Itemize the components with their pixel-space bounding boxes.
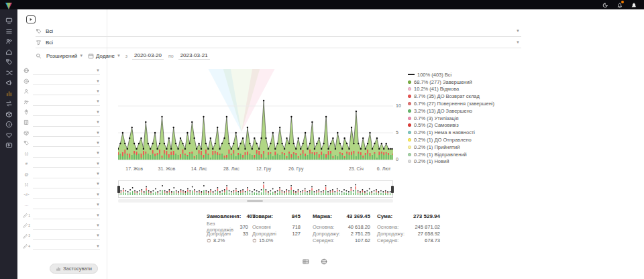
stat-row: Середня:678.73 [377,237,440,243]
date-from-input[interactable]: 2020-03-20 [132,52,164,60]
filter-select[interactable]: ▼ [33,211,100,219]
filter-select[interactable]: ▼ [33,201,100,209]
screencast-icon[interactable] [26,15,36,23]
chevron-down-icon: ▼ [96,110,100,114]
tag-icon [23,140,30,146]
chevron-down-icon: ▼ [96,203,100,207]
target-icon [23,78,30,85]
stat-row: Допродажу:2 751.25 [313,230,370,237]
stat-total: 273 529.94 [413,213,440,219]
chevron-down-icon: ▼ [96,162,100,166]
filter-select[interactable]: ▼ [33,129,100,137]
date-field-select[interactable]: Додане ▼ [88,53,121,59]
stat-label: Допродажу: [377,231,405,237]
filter-select[interactable]: ▼ [33,150,100,158]
filter-select[interactable]: ▼ [33,98,100,106]
y-axis-label: 0 [396,157,398,162]
stat-row: Допродані127 [252,230,301,237]
date-to-label: по [168,54,174,58]
filter-select[interactable]: ▼ [33,242,100,250]
users-icon[interactable] [3,38,14,45]
legend-label: 68.7% (277) Завершений [414,79,472,85]
chart-navigator [118,180,393,198]
search-icon[interactable] [36,53,42,59]
filter-row: ▼ [23,97,100,107]
filter-select[interactable]: ▼ [33,139,100,147]
status-filter-select[interactable]: Всі ▼ [36,25,521,37]
filter-select[interactable]: ▼ [33,170,100,178]
y-axis-label: 10 [396,103,401,108]
globe-icon[interactable] [320,258,328,266]
shuffle-icon[interactable] [3,69,14,76]
tag-icon[interactable] [3,58,14,66]
source-filter-value: Всі [46,40,53,46]
filter-select[interactable]: ▼ [33,180,100,188]
heart-icon[interactable] [3,131,14,139]
monitor-icon[interactable] [3,17,14,24]
legend-item[interactable]: 0.2% (1) Новий [408,158,494,166]
filter-row: ▼ [23,76,100,86]
apply-button[interactable]: Застосувати [50,264,98,274]
navigator-scrollbar-handle[interactable] [247,200,263,202]
bell-badge-icon[interactable] [616,1,623,9]
filter-select[interactable]: ▼ [33,87,100,95]
play-icon[interactable] [3,142,14,149]
box-icon[interactable] [3,111,14,118]
filter-select[interactable]: ▼ [33,108,100,116]
stat-label: Допродажу: [313,231,340,237]
filter-select[interactable]: ▼ [33,77,100,85]
legend-item[interactable]: 6.7% (27) Повернення (завершені) [408,100,494,107]
tags-icon [36,28,42,34]
brackets-icon: [:] [23,182,30,186]
date-to-input[interactable]: 2023-03-21 [178,52,210,60]
legend-item[interactable]: 10.2% (41) Відмова [408,86,494,93]
navigator-scrollbar[interactable] [118,199,393,203]
x-axis-label: 31. Жов [158,166,176,171]
swap-icon[interactable] [3,100,14,107]
info-icon[interactable] [3,121,14,128]
list-icon[interactable] [3,27,14,35]
legend-item[interactable]: 0.2% (1) ДО Отправлено [408,136,494,144]
filter-select[interactable]: ▼ [33,222,100,230]
legend-label: 6.7% (27) Повернення (завершені) [414,101,494,107]
legend-item[interactable]: 0.2% (1) Нема в наявності [408,129,494,136]
stat-row: Допродажу:27 658.92 [377,230,440,237]
y-axis-labels: 0510 [396,64,407,165]
chevron-down-icon: ▼ [516,40,521,44]
filter-row: [:]▼ [23,179,100,189]
filter-select[interactable]: ▼ [33,67,100,75]
filter-select[interactable]: ▼ [33,232,100,240]
legend-item[interactable]: 100% (403) Всі [408,71,494,78]
chevron-down-icon: ▼ [96,223,100,227]
legend-item[interactable]: 8.7% (35) ДО Возврат склад [408,93,494,100]
apply-button-label: Застосувати [63,266,92,272]
filter-select[interactable]: ▼ [33,190,100,199]
filter-select[interactable]: ▼ [33,160,100,168]
legend-item[interactable]: 0.2% (1) Прийнятий [408,144,494,151]
stat-label: Основна: [313,224,334,230]
megaphone-icon[interactable] [3,79,14,87]
building-icon [23,119,30,125]
legend-label: 0.2% (1) Відправлений [414,152,467,158]
navigator-right-handle[interactable] [391,186,394,193]
source-filter-select[interactable]: Всі ▼ [36,37,521,48]
stat-value: 370 [239,224,248,230]
filter-row: ▼ [23,138,100,148]
pen-icon: 3 [23,233,30,239]
navigator-left-handle[interactable] [117,186,120,193]
chart-icon[interactable] [3,90,14,97]
moon-icon[interactable] [602,1,609,9]
home-icon[interactable] [3,48,14,56]
filter-select[interactable]: ▼ [33,119,100,127]
stat-column: Маржа:43 369.45Основна:40 618.20Допродаж… [313,213,370,243]
x-axis-label: 6. Лют [377,166,391,171]
table-view-icon[interactable] [302,258,310,266]
legend-item[interactable]: 0.7% (3) Утилізація [408,115,494,122]
stat-label: Допродані [252,231,276,237]
bell-icon[interactable] [630,1,637,9]
legend-item[interactable]: 68.7% (277) Завершений [408,78,494,86]
search-mode-select[interactable]: Розширений ▼ [46,53,83,59]
legend-item[interactable]: 0.5% (2) Самовивіз [408,122,494,129]
legend-item[interactable]: 3.2% (13) ДО Завершено [408,107,494,115]
legend-item[interactable]: 0.2% (1) Відправлений [408,151,494,158]
